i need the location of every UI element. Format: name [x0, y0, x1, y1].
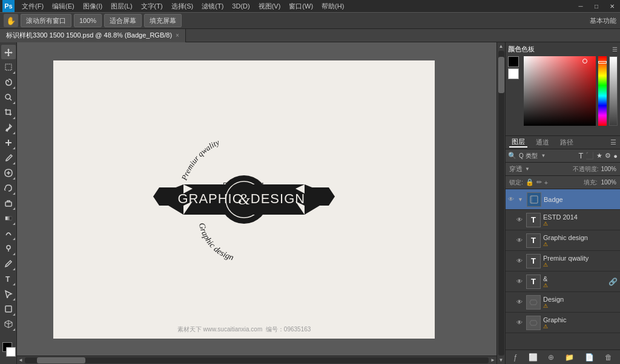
text-tool[interactable]: T [1, 271, 16, 286]
close-button[interactable]: ✕ [604, 0, 620, 12]
move-tool[interactable] [1, 45, 16, 59]
fg-color-swatch[interactable] [508, 56, 519, 67]
lasso-tool[interactable] [1, 75, 16, 89]
lock-pixels-icon[interactable]: ✏ [536, 178, 542, 186]
layer-eye-premiur[interactable]: 👁 [515, 257, 524, 265]
layer-row-badge-group[interactable]: 👁 ▼ Badge [506, 189, 620, 210]
vertical-scrollbar[interactable]: ▲ ▼ [496, 42, 505, 364]
fit-screen-btn[interactable]: 适合屏幕 [104, 14, 142, 27]
color-gradient-picker[interactable] [524, 56, 596, 126]
layer-eye-estd[interactable]: 👁 [515, 216, 524, 224]
scroll-left-arrow[interactable]: ◄ [18, 357, 23, 363]
menu-filter[interactable]: 滤镜(T) [198, 0, 227, 12]
layers-tab-layers[interactable]: 图层 [509, 137, 527, 148]
add-mask-icon[interactable]: ⬜ [527, 353, 539, 362]
fill-screen-btn[interactable]: 填充屏幕 [144, 14, 182, 27]
add-layer-style-icon[interactable]: ƒ [512, 353, 519, 362]
layer-thumb-graphic-design: T [526, 233, 541, 248]
scroll-down-arrow[interactable]: ▼ [499, 357, 504, 363]
layers-tab-channels[interactable]: 通道 [533, 138, 552, 147]
scroll-right-arrow[interactable]: ► [490, 357, 495, 363]
layer-eye-design[interactable]: 👁 [515, 298, 524, 307]
scroll-thumb[interactable] [498, 57, 504, 93]
maximize-button[interactable]: □ [589, 0, 604, 12]
menu-layer[interactable]: 图层(L) [107, 0, 136, 12]
eyedropper-tool[interactable] [1, 120, 16, 135]
hscroll-thumb[interactable] [37, 357, 85, 363]
layers-tab-paths[interactable]: 路径 [558, 138, 576, 147]
healing-tool[interactable] [1, 135, 16, 150]
menu-edit[interactable]: 编辑(E) [48, 0, 78, 12]
background-color[interactable] [6, 347, 16, 357]
layer-eye-ampersand[interactable]: 👁 [515, 278, 524, 286]
layer-info-design: Design ⚠ [543, 296, 618, 309]
scroll-up-arrow[interactable]: ▲ [499, 44, 504, 49]
menu-image[interactable]: 图像(I) [79, 0, 106, 12]
brush-tool[interactable] [1, 151, 16, 165]
3d-tool[interactable] [1, 317, 16, 331]
color-panel-menu[interactable]: ☰ [612, 46, 618, 53]
tab-close-icon[interactable]: × [176, 32, 179, 39]
color-tab-swatch[interactable]: 色板 [521, 45, 535, 54]
fill-row: 锁定: 🔒 ✏ + 填充: 100% [506, 176, 620, 189]
menu-file[interactable]: 文件(F) [18, 0, 47, 12]
menu-window[interactable]: 窗口(W) [285, 0, 317, 12]
bg-color-swatch[interactable] [508, 68, 519, 79]
layer-row-graphic[interactable]: 👁 Graphic ⚠ [506, 313, 620, 333]
opacity-value[interactable]: 100% [601, 166, 616, 172]
new-layer-icon[interactable]: 📄 [583, 353, 596, 362]
dodge-tool[interactable] [1, 241, 16, 256]
layer-list[interactable]: 👁 ▼ Badge 👁 T ESTD 2014 ⚠ [506, 189, 620, 349]
filter-toggle[interactable]: ● [613, 152, 618, 160]
history-brush-tool[interactable] [1, 181, 16, 195]
layer-row-estd[interactable]: 👁 T ESTD 2014 ⚠ [506, 210, 620, 230]
filter-icon-1[interactable]: T [578, 151, 583, 160]
menu-help[interactable]: 帮助(H) [318, 0, 348, 12]
shape-tool[interactable] [1, 302, 16, 316]
eraser-tool[interactable] [1, 196, 16, 210]
layer-row-premiur[interactable]: 👁 T Premiur qwality ⚠ [506, 251, 620, 271]
filter-icon-3[interactable]: ★ [596, 152, 602, 160]
pen-tool[interactable] [1, 256, 16, 271]
layer-eye-graphic[interactable]: 👁 [515, 319, 524, 327]
zoom-level-btn[interactable]: 100% [74, 14, 102, 27]
blend-mode-dropdown[interactable]: ▼ [525, 166, 530, 172]
menu-select[interactable]: 选择(S) [168, 0, 197, 12]
crop-tool[interactable] [1, 105, 16, 120]
layer-row-graphic-design[interactable]: 👁 T Graphic design ⚠ [506, 230, 620, 251]
new-fill-layer-icon[interactable]: ⊕ [546, 353, 556, 362]
svg-text:&: & [238, 190, 251, 208]
layer-eye-graphic-design[interactable]: 👁 [515, 236, 524, 245]
document-tab[interactable]: 标识样机3300 1500 1500.psd @ 48.8% (Badge_RG… [0, 29, 186, 42]
marquee-tool[interactable] [1, 60, 16, 74]
lock-position-icon[interactable]: + [544, 179, 548, 186]
blur-tool[interactable] [1, 226, 16, 241]
horizontal-scrollbar[interactable]: ◄ ► [17, 356, 496, 364]
clone-tool[interactable] [1, 166, 16, 180]
path-select-tool[interactable] [1, 287, 16, 301]
layer-eye-badge[interactable]: 👁 [507, 195, 515, 204]
hue-bar[interactable] [598, 56, 607, 126]
gradient-tool[interactable] [1, 211, 16, 226]
scroll-all-windows-btn[interactable]: 滚动所有窗口 [21, 14, 71, 27]
layer-row-ampersand[interactable]: 👁 T & ⚠ 🔗 [506, 271, 620, 292]
opacity-bar[interactable] [609, 56, 618, 126]
layers-panel-menu-icon[interactable]: ☰ [610, 138, 616, 146]
menu-text[interactable]: 文字(T) [137, 0, 167, 12]
watermark: 素材天下 www.sucaitianxia.com 编号：09635163 [177, 325, 311, 334]
menu-3d[interactable]: 3D(D) [228, 0, 253, 12]
minimize-button[interactable]: ─ [573, 0, 589, 12]
layer-row-design[interactable]: 👁 Design ⚠ [506, 292, 620, 313]
hand-tool[interactable]: ✋ [4, 14, 18, 27]
new-group-icon[interactable]: 📁 [563, 353, 576, 362]
filter-dropdown-icon[interactable]: ▼ [541, 153, 546, 158]
layer-chevron-badge[interactable]: ▼ [518, 197, 523, 203]
lock-transparency-icon[interactable]: 🔒 [526, 178, 534, 186]
fill-value[interactable]: 100% [601, 179, 616, 186]
filter-icon-4[interactable]: ⚙ [605, 152, 611, 160]
delete-layer-icon[interactable]: 🗑 [603, 353, 614, 362]
filter-icon-2[interactable]: ⬛ [585, 152, 594, 160]
menu-view[interactable]: 视图(V) [255, 0, 285, 12]
layer-name-design: Design [543, 296, 618, 303]
quick-select-tool[interactable] [1, 90, 16, 105]
